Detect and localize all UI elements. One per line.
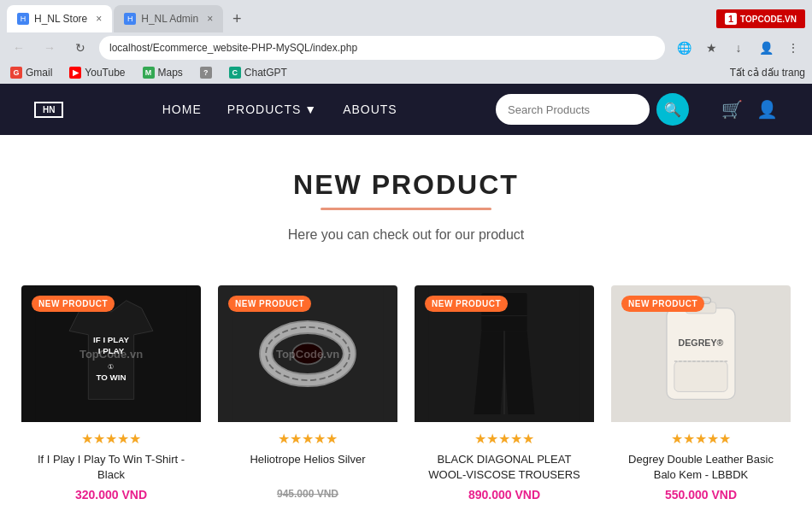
- product-info-1: ★★★★★ If I Play I Play To Win T-Shirt - …: [21, 422, 201, 508]
- reload-button[interactable]: ↻: [68, 36, 92, 60]
- product-info-3: ★★★★★ BLACK DIAGONAL PLEAT WOOL-VISCOSE …: [415, 422, 594, 508]
- product-price-3: 890.000 VND: [421, 488, 587, 502]
- section-subtitle: Here you can check out for our product: [17, 227, 795, 243]
- search-area: 🔍: [496, 93, 689, 126]
- cart-button[interactable]: 🛒: [721, 99, 743, 120]
- browser-chrome: H H_NL Store × H H_NL Admin × + 1 TOPCOD…: [0, 0, 812, 84]
- product-badge-2: NEW PRODUCT: [228, 296, 311, 312]
- stars-2: ★★★★★: [225, 431, 391, 447]
- stars-4: ★★★★★: [618, 431, 784, 447]
- tab-close-admin[interactable]: ×: [207, 13, 213, 25]
- browser-actions: 🌐 ★ ↓ 👤 ⋮: [672, 36, 805, 60]
- tab-bar: H H_NL Store × H H_NL Admin × + 1 TOPCOD…: [0, 0, 812, 32]
- site-logo[interactable]: HN: [34, 102, 63, 118]
- product-name-2: Heliotrope Helios Silver: [225, 452, 391, 483]
- product-card-3[interactable]: NEW PRODUCT ★★★★★ BLACK DIAGONAL PLEAT W…: [415, 285, 594, 508]
- search-button[interactable]: 🔍: [656, 93, 689, 126]
- tab-admin[interactable]: H H_NL Admin ×: [114, 5, 223, 32]
- section-title: NEW PRODUCT: [17, 169, 795, 201]
- product-image-3: NEW PRODUCT: [415, 285, 594, 422]
- dropdown-arrow-icon: ▼: [304, 103, 317, 116]
- download-button[interactable]: ↓: [727, 36, 750, 60]
- bookmarks-bar: G Gmail ▶ YouTube M Maps ? C ChatGPT Tất…: [0, 63, 812, 84]
- svg-text:①: ①: [109, 363, 115, 371]
- nav-home[interactable]: HOME: [162, 103, 202, 116]
- nav-products[interactable]: PRODUCTS ▼: [227, 103, 317, 116]
- chatgpt-icon: C: [229, 67, 241, 79]
- profile-button[interactable]: 👤: [754, 36, 778, 60]
- product-price-1: 320.000 VND: [28, 488, 194, 502]
- stars-1: ★★★★★: [28, 431, 194, 447]
- cart-icon: 🛒: [721, 100, 743, 119]
- bookmark-chatgpt[interactable]: C ChatGPT: [226, 65, 291, 80]
- bookmark-youtube-label: YouTube: [85, 67, 125, 79]
- product-image-4: NEW PRODUCT DEGREY®: [611, 285, 791, 422]
- product-badge-3: NEW PRODUCT: [425, 296, 508, 312]
- product-card-2[interactable]: NEW PRODUCT TopCode.vn ★★★★★: [218, 285, 397, 508]
- topcode-badge: 1 TOPCODE.VN: [716, 9, 805, 28]
- translate-button[interactable]: 🌐: [672, 36, 696, 60]
- svg-text:DEGREY®: DEGREY®: [679, 337, 724, 348]
- product-badge-1: NEW PRODUCT: [32, 296, 115, 312]
- bookmark-gmail-label: Gmail: [26, 67, 52, 79]
- address-input[interactable]: [99, 36, 665, 60]
- back-button[interactable]: ←: [7, 36, 31, 60]
- bookmark-button[interactable]: ★: [699, 36, 723, 60]
- user-button[interactable]: 👤: [756, 99, 778, 120]
- tab-label-admin: H_NL Admin: [141, 13, 198, 25]
- forward-button[interactable]: →: [38, 36, 62, 60]
- nav-icons: 🛒 👤: [721, 99, 778, 120]
- gmail-icon: G: [10, 67, 22, 79]
- bookmark-gmail[interactable]: G Gmail: [7, 65, 56, 80]
- products-grid: NEW PRODUCT IF I PLAY I PLAY ① TO WIN To…: [21, 285, 791, 508]
- stars-3: ★★★★★: [421, 431, 587, 447]
- tab-label-store: H_NL Store: [34, 13, 87, 25]
- new-tab-button[interactable]: +: [225, 7, 249, 31]
- maps-icon: M: [143, 67, 155, 79]
- tab-favicon-store: H: [17, 13, 29, 25]
- address-bar-row: ← → ↻ 🌐 ★ ↓ 👤 ⋮: [0, 32, 812, 63]
- nav-links: HOME PRODUCTS ▼ ABOUTS: [89, 103, 470, 116]
- product-price-2: 945.000 VND: [225, 488, 391, 500]
- product-name-4: Degrey Double Leather Basic Balo Kem - L…: [618, 452, 784, 483]
- search-input[interactable]: [496, 94, 650, 125]
- tab-close-store[interactable]: ×: [96, 13, 102, 25]
- bookmark-youtube[interactable]: ▶ YouTube: [66, 65, 128, 80]
- bookmark-unknown[interactable]: ?: [197, 65, 215, 80]
- svg-text:IF I PLAY: IF I PLAY: [93, 335, 129, 344]
- product-price-4: 550.000 VND: [618, 488, 784, 502]
- bookmark-maps[interactable]: M Maps: [139, 65, 186, 80]
- product-card-4[interactable]: NEW PRODUCT DEGREY®: [611, 285, 791, 508]
- product-image-1: NEW PRODUCT IF I PLAY I PLAY ① TO WIN To…: [21, 285, 201, 422]
- unknown-icon: ?: [200, 67, 212, 79]
- product-image-2: NEW PRODUCT TopCode.vn: [218, 285, 397, 422]
- bookmark-maps-label: Maps: [158, 67, 183, 79]
- product-info-2: ★★★★★ Heliotrope Helios Silver 945.000 V…: [218, 422, 397, 507]
- title-underline: [321, 208, 491, 210]
- product-name-3: BLACK DIAGONAL PLEAT WOOL-VISCOSE TROUSE…: [421, 452, 587, 483]
- site-nav: HN HOME PRODUCTS ▼ ABOUTS 🔍 🛒: [0, 84, 812, 135]
- all-bookmarks[interactable]: Tất cả dấu trang: [730, 67, 805, 79]
- menu-button[interactable]: ⋮: [781, 36, 805, 60]
- svg-text:I PLAY: I PLAY: [98, 346, 125, 355]
- svg-point-9: [292, 343, 323, 365]
- main-content: NEW PRODUCT Here you can check out for o…: [0, 135, 812, 528]
- svg-text:TO WIN: TO WIN: [96, 373, 126, 382]
- bookmark-chatgpt-label: ChatGPT: [244, 67, 287, 79]
- tab-favicon-admin: H: [124, 13, 136, 25]
- svg-rect-18: [674, 361, 727, 392]
- product-card-1[interactable]: NEW PRODUCT IF I PLAY I PLAY ① TO WIN To…: [21, 285, 201, 508]
- product-badge-4: NEW PRODUCT: [621, 296, 704, 312]
- user-icon: 👤: [756, 100, 778, 119]
- nav-abouts[interactable]: ABOUTS: [343, 103, 397, 116]
- youtube-icon: ▶: [69, 67, 81, 79]
- tab-store[interactable]: H H_NL Store ×: [7, 5, 112, 32]
- product-name-1: If I Play I Play To Win T-Shirt - Black: [28, 452, 194, 483]
- website: HN HOME PRODUCTS ▼ ABOUTS 🔍 🛒: [0, 84, 812, 528]
- search-icon: 🔍: [664, 102, 681, 118]
- product-info-4: ★★★★★ Degrey Double Leather Basic Balo K…: [611, 422, 791, 508]
